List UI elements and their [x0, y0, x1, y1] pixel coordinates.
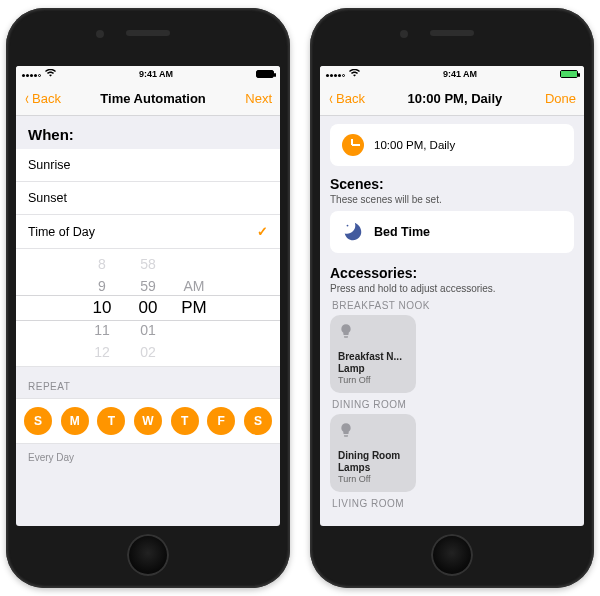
signal-dots-icon — [22, 69, 42, 79]
content-left: When: Sunrise Sunset Time of Day ✓ 8 9 1… — [16, 116, 280, 526]
screen-left: 9:41 AM ‹ Back Time Automation Next When… — [16, 66, 280, 526]
day-toggle[interactable]: M — [61, 407, 89, 435]
picker-ampm[interactable]: AM PM — [171, 253, 217, 363]
screen-right: 9:41 AM ‹ Back 10:00 PM, Daily Done 10:0… — [320, 66, 584, 526]
scene-row[interactable]: Bed Time — [330, 211, 574, 253]
back-label: Back — [336, 91, 365, 106]
battery-icon — [256, 70, 274, 78]
option-sunset[interactable]: Sunset — [16, 182, 280, 215]
back-button[interactable]: ‹ Back — [328, 91, 365, 106]
picker-hour[interactable]: 8 9 10 11 12 — [79, 253, 125, 363]
option-time-of-day[interactable]: Time of Day ✓ — [16, 215, 280, 249]
svg-point-0 — [347, 225, 349, 227]
scenes-sub: These scenes will be set. — [330, 194, 574, 205]
day-toggle[interactable]: S — [244, 407, 272, 435]
accessories-heading: Accessories: — [330, 265, 574, 281]
clock-icon — [342, 134, 364, 156]
home-button[interactable] — [127, 534, 169, 576]
lightbulb-icon — [338, 323, 354, 339]
day-toggle[interactable]: W — [134, 407, 162, 435]
status-time: 9:41 AM — [139, 69, 173, 79]
day-toggle[interactable]: F — [207, 407, 235, 435]
summary-text: 10:00 PM, Daily — [374, 139, 455, 151]
picker-minute[interactable]: 58 59 00 01 02 — [125, 253, 171, 363]
back-label: Back — [32, 91, 61, 106]
bed-time-icon — [342, 221, 364, 243]
scenes-heading: Scenes: — [330, 176, 574, 192]
next-button[interactable]: Next — [245, 91, 272, 106]
accessory-state: Turn Off — [338, 375, 408, 385]
automation-summary-card[interactable]: 10:00 PM, Daily — [330, 124, 574, 166]
lightbulb-icon — [338, 422, 354, 438]
day-toggle[interactable]: T — [97, 407, 125, 435]
accessories-section: Accessories: Press and hold to adjust ac… — [330, 265, 574, 509]
nav-bar: ‹ Back 10:00 PM, Daily Done — [320, 82, 584, 116]
nav-bar: ‹ Back Time Automation Next — [16, 82, 280, 116]
content-right: 10:00 PM, Daily Scenes: These scenes wil… — [320, 116, 584, 526]
option-sunrise[interactable]: Sunrise — [16, 149, 280, 182]
signal-dots-icon — [326, 69, 346, 79]
back-button[interactable]: ‹ Back — [24, 91, 61, 106]
room-label: LIVING ROOM — [332, 498, 572, 509]
phone-frame-right: 9:41 AM ‹ Back 10:00 PM, Daily Done 10:0… — [310, 8, 594, 588]
scene-name: Bed Time — [374, 225, 430, 239]
status-time: 9:41 AM — [443, 69, 477, 79]
repeat-days: S M T W T F S — [16, 398, 280, 444]
accessory-state: Turn Off — [338, 474, 408, 484]
wifi-icon — [349, 69, 360, 79]
chevron-left-icon: ‹ — [329, 92, 333, 105]
page-title: Time Automation — [100, 91, 205, 106]
battery-icon — [560, 70, 578, 78]
wifi-icon — [45, 69, 56, 79]
accessories-sub: Press and hold to adjust accessories. — [330, 283, 574, 294]
checkmark-icon: ✓ — [257, 224, 268, 239]
accessory-tile[interactable]: Dining Room Lamps Turn Off — [330, 414, 416, 492]
room-label: BREAKFAST NOOK — [332, 300, 572, 311]
home-button[interactable] — [431, 534, 473, 576]
chevron-left-icon: ‹ — [25, 92, 29, 105]
scenes-section: Scenes: These scenes will be set. Bed Ti… — [330, 176, 574, 253]
when-label: When: — [16, 116, 280, 149]
day-toggle[interactable]: S — [24, 407, 52, 435]
option-label: Time of Day — [28, 225, 95, 239]
room-label: DINING ROOM — [332, 399, 572, 410]
phone-frame-left: 9:41 AM ‹ Back Time Automation Next When… — [6, 8, 290, 588]
page-title: 10:00 PM, Daily — [408, 91, 503, 106]
status-bar: 9:41 AM — [16, 66, 280, 82]
option-label: Sunrise — [28, 158, 70, 172]
accessory-name: Breakfast N... Lamp — [338, 351, 408, 374]
done-button[interactable]: Done — [545, 91, 576, 106]
accessory-tile[interactable]: Breakfast N... Lamp Turn Off — [330, 315, 416, 393]
time-picker[interactable]: 8 9 10 11 12 58 59 00 01 02 AM PM — [16, 249, 280, 367]
accessory-name: Dining Room Lamps — [338, 450, 408, 473]
repeat-label: REPEAT — [16, 367, 280, 398]
repeat-summary: Every Day — [16, 444, 280, 471]
status-bar: 9:41 AM — [320, 66, 584, 82]
day-toggle[interactable]: T — [171, 407, 199, 435]
option-label: Sunset — [28, 191, 67, 205]
